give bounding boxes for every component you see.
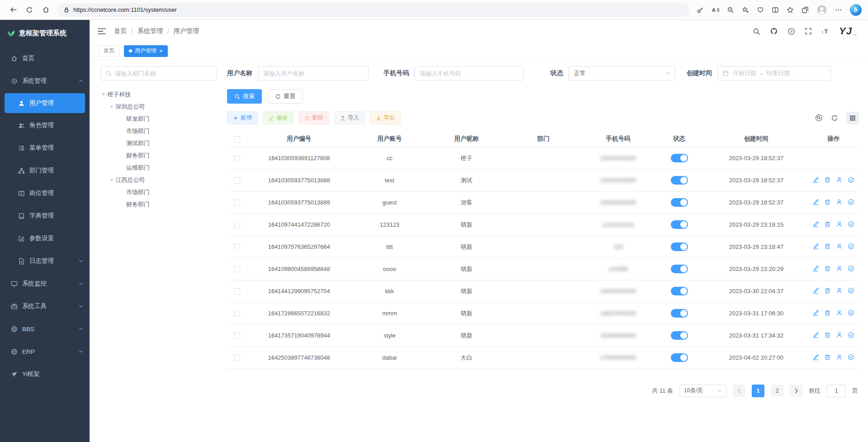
browser-back-button[interactable] <box>6 3 20 17</box>
row-checkbox[interactable] <box>234 288 240 295</box>
column-settings-button[interactable] <box>846 112 859 124</box>
user-logo[interactable]: YJ <box>839 25 857 37</box>
close-icon[interactable]: × <box>159 48 163 54</box>
row-checkbox[interactable] <box>234 333 240 339</box>
tree-node[interactable]: ▾ 江西总公司 <box>100 174 217 186</box>
tab-home[interactable]: 首页 <box>99 45 119 57</box>
breadcrumb-home[interactable]: 首页 <box>114 27 127 35</box>
sidebar-item-department-management[interactable]: 部门管理 <box>0 159 90 182</box>
reset-button[interactable]: 重置 <box>268 89 303 104</box>
edit-icon[interactable] <box>812 199 819 205</box>
status-toggle[interactable] <box>671 287 688 295</box>
page-button-1[interactable]: 1 <box>752 385 764 397</box>
tree-node[interactable]: 财务部门 <box>100 149 217 162</box>
status-toggle[interactable] <box>671 176 688 185</box>
help-icon[interactable]: ? <box>787 28 795 35</box>
delete-icon[interactable] <box>824 243 831 250</box>
copilot-icon[interactable]: b <box>850 4 862 16</box>
status-toggle[interactable] <box>671 242 688 251</box>
search-button[interactable]: 搜索 <box>227 89 262 104</box>
edit-icon[interactable] <box>812 176 819 183</box>
status-toggle[interactable] <box>671 265 688 273</box>
collections-icon[interactable] <box>802 6 809 14</box>
assign-role-icon[interactable] <box>848 265 854 272</box>
assign-role-icon[interactable] <box>848 221 854 228</box>
tree-node[interactable]: ▾ 深圳总公司 <box>100 100 217 113</box>
delete-icon[interactable] <box>824 332 831 338</box>
edit-icon[interactable] <box>812 221 819 228</box>
assign-role-icon[interactable] <box>848 287 854 294</box>
reset-password-icon[interactable] <box>836 332 843 338</box>
tree-node[interactable]: 财务部门 <box>100 198 217 210</box>
row-checkbox[interactable] <box>234 177 240 184</box>
tree-node[interactable]: 研发部门 <box>100 113 217 125</box>
password-key-icon[interactable] <box>697 6 704 14</box>
phone-input[interactable] <box>414 66 524 81</box>
status-toggle[interactable] <box>671 220 688 229</box>
delete-button[interactable]: 删除 <box>299 111 329 124</box>
sidebar-item-parameter-settings[interactable]: 参数设置 <box>0 227 90 250</box>
next-page-button[interactable] <box>790 385 802 397</box>
search-toggle-icon[interactable] <box>815 114 823 122</box>
goto-page-input[interactable] <box>827 385 846 397</box>
sidebar-item-post-management[interactable]: 岗位管理 <box>0 182 90 204</box>
edit-icon[interactable] <box>812 265 819 272</box>
sidebar-collapse-button[interactable] <box>98 28 106 35</box>
sidebar-item-role-management[interactable]: 角色管理 <box>0 114 90 137</box>
browser-refresh-button[interactable] <box>23 3 36 17</box>
row-checkbox[interactable] <box>234 200 240 206</box>
browser-home-button[interactable] <box>39 3 52 17</box>
assign-role-icon[interactable] <box>848 243 854 250</box>
reset-password-icon[interactable] <box>836 354 843 361</box>
fullscreen-icon[interactable] <box>805 28 812 35</box>
sidebar-item-yi-framework[interactable]: Yi框架 <box>0 363 90 385</box>
edit-icon[interactable] <box>812 332 819 338</box>
more-options-icon[interactable] <box>835 6 842 14</box>
row-checkbox[interactable] <box>234 266 240 272</box>
delete-icon[interactable] <box>824 354 831 361</box>
row-checkbox[interactable] <box>234 222 240 228</box>
address-bar[interactable]: https://ccnetcore.com:1101/system/user <box>57 3 689 17</box>
edit-icon[interactable] <box>812 354 819 361</box>
breadcrumb-system[interactable]: 系统管理 <box>138 27 163 35</box>
add-favorite-icon[interactable] <box>742 6 749 14</box>
tree-node[interactable]: 市场部门 <box>100 186 217 198</box>
sidebar-item-user-management[interactable]: 用户管理 <box>5 93 85 113</box>
assign-role-icon[interactable] <box>848 332 854 338</box>
sidebar-item-home[interactable]: 首页 <box>0 47 90 70</box>
status-toggle[interactable] <box>671 353 688 362</box>
sidebar-item-system-tools[interactable]: 系统工具 <box>0 295 90 318</box>
add-button[interactable]: 新增 <box>227 111 258 124</box>
sidebar-item-menu-management[interactable]: 菜单管理 <box>0 137 90 159</box>
sidebar-item-log-management[interactable]: 日志管理 <box>0 250 90 272</box>
select-all-checkbox[interactable] <box>234 136 240 143</box>
delete-icon[interactable] <box>824 265 831 272</box>
sidebar-item-erp[interactable]: ERP <box>0 340 90 363</box>
reset-password-icon[interactable] <box>836 287 843 294</box>
assign-role-icon[interactable] <box>848 176 854 183</box>
font-size-icon[interactable]: tT <box>821 28 830 35</box>
page-size-select[interactable]: 10条/页 <box>679 385 726 397</box>
assign-role-icon[interactable] <box>848 354 854 361</box>
status-toggle[interactable] <box>671 198 688 207</box>
page-button-2[interactable]: 2 <box>771 385 783 397</box>
delete-icon[interactable] <box>824 221 831 228</box>
reset-password-icon[interactable] <box>836 309 843 316</box>
profile-avatar[interactable] <box>816 5 827 15</box>
prev-page-button[interactable] <box>733 385 745 397</box>
read-aloud-icon[interactable]: A <box>711 6 719 14</box>
status-toggle[interactable] <box>671 309 688 318</box>
favorites-icon[interactable] <box>787 6 794 14</box>
sidebar-item-system-monitor[interactable]: 系统监控 <box>0 272 90 295</box>
tree-node[interactable]: ▾ 橙子科技 <box>100 88 217 100</box>
delete-icon[interactable] <box>824 176 831 183</box>
department-search-input[interactable] <box>115 70 212 77</box>
search-icon[interactable] <box>753 28 760 35</box>
reset-password-icon[interactable] <box>836 221 843 228</box>
sidebar-item-dictionary-management[interactable]: 字典管理 <box>0 204 90 227</box>
delete-icon[interactable] <box>824 287 831 294</box>
reset-password-icon[interactable] <box>836 265 843 272</box>
edit-icon[interactable] <box>812 309 819 316</box>
tree-node[interactable]: 运维部门 <box>100 162 217 174</box>
date-range-picker[interactable]: 开始日期 - 结束日期 <box>717 66 831 81</box>
